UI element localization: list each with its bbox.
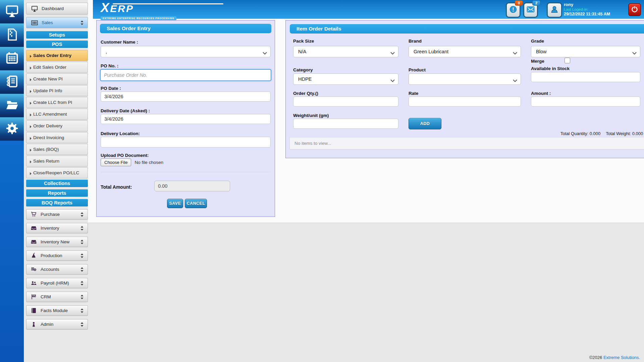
amount-input[interactable] — [531, 97, 640, 107]
save-button[interactable]: SAVE — [167, 199, 183, 208]
product-label: Product — [409, 67, 426, 72]
monitor-icon — [31, 5, 38, 12]
sidebar-item-direct-invoicing[interactable]: Direct Invoicing — [26, 132, 88, 143]
app-logo[interactable]: XERP EXTREME ENTERPRISE RECOURCES PROCES… — [101, 1, 178, 20]
merge-checkbox[interactable] — [565, 58, 570, 63]
rail-archive-tile[interactable] — [0, 23, 24, 47]
chevron-down-icon — [513, 50, 517, 56]
available-in-stock-input[interactable] — [531, 72, 640, 82]
expand-collapse-icon — [80, 267, 84, 273]
total-quantity-text: Total Quantity: 0.000 — [560, 131, 600, 136]
sidebar-item-production[interactable]: Production — [26, 250, 88, 261]
chevron-down-icon — [390, 50, 395, 56]
expand-collapse-icon — [80, 322, 84, 328]
po-date-input[interactable] — [101, 92, 271, 102]
sidebar-item-sales-order-entry[interactable]: Sales Order Entry — [26, 50, 88, 61]
pack-size-select[interactable]: N/A — [293, 46, 398, 57]
sidebar-link-label: Create New PI — [33, 76, 63, 81]
rate-label: Rate — [409, 91, 418, 96]
sidebar-module-label: CRM — [41, 294, 51, 299]
rail-folder-tile[interactable] — [0, 94, 24, 117]
sidebar-section-reports[interactable]: Reports — [26, 189, 88, 197]
category-label: Category — [293, 67, 313, 72]
messages-button[interactable]: 2 — [523, 2, 538, 18]
desktop-icon — [5, 4, 19, 19]
expand-collapse-icon — [80, 20, 84, 26]
pack-size-label: Pack Size — [293, 39, 314, 44]
form-divider — [101, 172, 271, 172]
alert-exclamation-icon — [509, 5, 518, 15]
expand-collapse-icon — [80, 226, 84, 232]
sidebar-section-collections[interactable]: Collections — [26, 180, 88, 187]
inbox-tray-icon — [31, 239, 37, 245]
alerts-button[interactable]: 0 — [506, 2, 521, 18]
sidebar-item-create-new-pi[interactable]: Create New PI — [26, 73, 88, 84]
choose-file-button[interactable]: Choose File — [101, 159, 131, 166]
inbox-tray-icon — [31, 225, 37, 231]
grade-select[interactable]: Blow — [531, 46, 640, 57]
customer-name-select[interactable]: , — [101, 46, 271, 57]
book-icon — [31, 307, 37, 314]
rate-input[interactable] — [409, 97, 521, 107]
sidebar-section-pos[interactable]: POS — [26, 41, 88, 48]
sidebar-item-payroll-hrm[interactable]: Payroll (HRM) — [26, 278, 88, 288]
sidebar-item-create-llc-from-pi[interactable]: Create LLC from PI — [26, 97, 88, 108]
sidebar-module-label: Facts Module — [41, 308, 68, 313]
cancel-button[interactable]: CANCEL — [185, 199, 207, 208]
sidebar-item-edit-sales-order[interactable]: Edit Sales Order — [26, 62, 88, 73]
no-file-chosen-text: No file chosen — [135, 160, 163, 165]
sidebar-section-boq-reports[interactable]: BOQ Reports — [26, 199, 88, 206]
logo-decorative-line — [113, 3, 223, 4]
user-profile-button[interactable] — [547, 2, 562, 18]
item-order-details-panel: Item Order Details Pack Size N/A Brand G… — [285, 20, 644, 158]
chevron-down-icon — [632, 50, 637, 56]
zip-file-icon — [5, 28, 19, 43]
expand-collapse-icon — [80, 253, 84, 259]
rail-calendar-tile[interactable] — [0, 47, 24, 70]
sidebar-item-sales-return[interactable]: Sales Return — [26, 156, 88, 167]
sidebar-item-label: Sales — [42, 20, 53, 25]
brand-select[interactable]: Green Lubricant — [409, 46, 521, 57]
expand-collapse-icon — [80, 239, 84, 246]
sidebar-section-setups[interactable]: Setups — [26, 31, 88, 39]
sidebar-link-label: Direct Invoicing — [33, 135, 64, 140]
rail-settings-tile[interactable] — [0, 117, 24, 141]
last-login-label: Last Loged-in: — [564, 7, 610, 12]
sidebar-item-purchase[interactable]: Purchase — [26, 209, 88, 220]
left-icon-rail — [0, 0, 24, 362]
weight-unit-label: Weight/unit (gm) — [293, 113, 329, 118]
sidebar-item-facts-module[interactable]: Facts Module — [26, 305, 88, 316]
delivery-location-input[interactable] — [101, 137, 271, 147]
sidebar-item-update-pi-info[interactable]: Update PI Info — [26, 85, 88, 96]
sidebar-item-inventory-new[interactable]: Inventory New — [26, 237, 88, 247]
sidebar-link-label: Close/Reopen PO/LLC — [33, 170, 79, 175]
sidebar-item-crm[interactable]: CRM — [26, 292, 88, 302]
sidebar-item-sales[interactable]: Sales — [26, 17, 88, 28]
sidebar-item-close-reopen-po-llc[interactable]: Close/Reopen PO/LLC — [26, 167, 88, 178]
sidebar-item-llc-amendment[interactable]: LLC Amendment — [26, 109, 88, 120]
sidebar: Dashboard Sales Setups POS Sales Order E… — [26, 3, 88, 333]
sidebar-item-accounts[interactable]: Accounts — [26, 264, 88, 275]
sidebar-item-order-delivery[interactable]: Order Delivery — [26, 120, 88, 131]
sidebar-item-dashboard[interactable]: Dashboard — [26, 3, 88, 14]
brand-label: Brand — [409, 39, 422, 44]
rail-dashboard-tile[interactable] — [0, 0, 24, 23]
logout-power-button[interactable] — [628, 3, 641, 16]
weight-unit-input[interactable] — [293, 119, 398, 129]
rail-journal-tile[interactable] — [0, 70, 24, 94]
delivery-date-input[interactable] — [101, 114, 271, 124]
grade-label: Grade — [531, 39, 544, 44]
po-no-input[interactable] — [100, 69, 271, 81]
panel-title: Item Order Details — [290, 24, 644, 34]
mail-envelope-icon — [526, 5, 535, 15]
sidebar-item-sales-boq[interactable]: Sales (BOQ) — [26, 144, 88, 155]
order-qty-input[interactable] — [293, 97, 398, 107]
sidebar-link-label: Edit Sales Order — [33, 65, 66, 70]
sidebar-item-inventory[interactable]: Inventory — [26, 223, 88, 233]
sidebar-item-admin[interactable]: Admin — [26, 319, 88, 329]
product-select[interactable] — [409, 73, 521, 85]
category-select[interactable]: HDPE — [293, 73, 398, 85]
add-item-button[interactable]: ADD — [409, 118, 441, 129]
extreme-solutions-link[interactable]: Extreme Solutions. — [603, 355, 640, 360]
sales-order-entry-panel: Sales Order Entry Customer Name : , PO N… — [96, 20, 275, 217]
